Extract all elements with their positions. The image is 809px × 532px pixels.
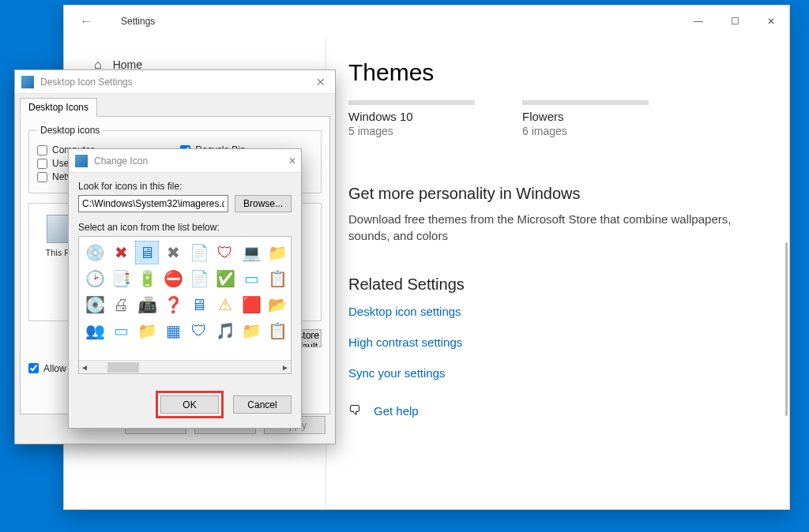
folder-open-icon[interactable]: 📂 xyxy=(265,293,289,317)
x-icon[interactable]: ✖ xyxy=(109,241,133,264)
maximize-button[interactable]: ☐ xyxy=(717,6,753,37)
clipboard-icon[interactable]: 📋 xyxy=(265,267,289,290)
personality-heading: Get more personality in Windows xyxy=(348,185,767,203)
music-icon[interactable]: 🎵 xyxy=(213,319,237,343)
select-icon-label: Select an icon from the list below: xyxy=(78,222,292,233)
theme-count: 6 images xyxy=(522,125,649,137)
list-icon[interactable]: 📋 xyxy=(265,319,289,343)
close-icon[interactable]: ✕ xyxy=(311,76,330,88)
minimize-button[interactable]: — xyxy=(680,6,717,37)
tab-desktop-icons[interactable]: Desktop Icons xyxy=(20,98,97,117)
folder-blue-icon[interactable]: 📁 xyxy=(135,319,159,343)
panel-icon[interactable]: ▭ xyxy=(109,319,133,343)
browse-button[interactable]: Browse... xyxy=(235,195,292,212)
desktop-icons-group-label: Desktop icons xyxy=(37,125,103,136)
scrollbar[interactable] xyxy=(785,242,788,416)
folder-yel-icon[interactable]: 📁 xyxy=(239,319,263,343)
document-icon[interactable]: 📄 xyxy=(187,241,211,264)
theme-item[interactable]: Flowers 6 images xyxy=(522,100,649,137)
theme-name: Windows 10 xyxy=(348,110,475,123)
users-icon[interactable]: 👥 xyxy=(83,319,107,343)
scroll-right-icon[interactable]: ► xyxy=(281,363,289,372)
ci-title: Change Icon xyxy=(94,155,288,167)
scanner-icon[interactable]: 📠 xyxy=(135,293,159,317)
help-icon: 🗨 xyxy=(348,403,361,418)
display-icon[interactable]: 🖥 xyxy=(187,293,211,317)
text-doc-icon[interactable]: 📄 xyxy=(187,267,211,290)
error-icon[interactable]: ⛔ xyxy=(161,267,185,290)
close-icon[interactable]: ✕ xyxy=(288,155,296,167)
drive-icon[interactable]: 💽 xyxy=(83,293,107,317)
theme-item[interactable]: Windows 10 5 images xyxy=(348,100,475,137)
printer-icon[interactable]: 🖨 xyxy=(109,293,133,317)
settings-titlebar: ← Settings — ☐ ✕ xyxy=(64,6,789,37)
get-help-label: Get help xyxy=(374,404,419,418)
shield-check-icon[interactable]: ✅ xyxy=(213,267,237,290)
window-icon[interactable]: ▭ xyxy=(239,267,263,290)
back-icon[interactable]: ← xyxy=(80,14,99,28)
page-icon[interactable]: 📑 xyxy=(109,267,133,290)
settings-app-title: Settings xyxy=(121,16,680,27)
dis-titlebar: Desktop Icon Settings ✕ xyxy=(15,70,335,94)
link-sync-your-settings[interactable]: Sync your settings xyxy=(348,366,767,380)
link-high-contrast-settings[interactable]: High contrast settings xyxy=(348,335,767,349)
ok-highlight: OK xyxy=(156,391,224,418)
horizontal-scrollbar[interactable]: ◄ ► xyxy=(79,360,291,373)
related-heading: Related Settings xyxy=(348,275,767,294)
personality-body: Download free themes from the Microsoft … xyxy=(348,211,767,244)
help-icon[interactable]: ❓ xyxy=(161,293,185,317)
dialog-icon xyxy=(75,155,88,167)
run-icon[interactable]: ▦ xyxy=(161,319,185,343)
battery-icon[interactable]: 🔋 xyxy=(135,267,159,290)
change-icon-dialog: Change Icon ✕ Look for icons in this fil… xyxy=(68,148,302,429)
icon-list[interactable]: 💿 ✖ 🖥 ✖ 📄 🛡 💻 📁 🕑 📑 🔋 ⛔ 📄 ✅ ▭ 📋 💽 🖨 📠 xyxy=(78,236,292,374)
theme-name: Flowers xyxy=(522,110,649,123)
ci-cancel-button[interactable]: Cancel xyxy=(233,395,292,414)
look-for-icons-label: Look for icons in this file: xyxy=(78,181,292,192)
shield-warn-icon[interactable]: ⚠ xyxy=(213,293,237,317)
dis-title: Desktop Icon Settings xyxy=(40,77,311,88)
settings-content: Themes Windows 10 5 images Flowers 6 ima… xyxy=(326,37,789,509)
get-help-link[interactable]: 🗨 Get help xyxy=(348,403,767,418)
close-button[interactable]: ✕ xyxy=(753,6,789,37)
x-gray-icon[interactable]: ✖ xyxy=(161,241,185,264)
scroll-left-icon[interactable]: ◄ xyxy=(81,363,88,372)
laptop-icon[interactable]: 💻 xyxy=(239,241,263,264)
ci-titlebar: Change Icon ✕ xyxy=(69,149,301,173)
theme-thumbnail xyxy=(522,100,649,105)
page-title: Themes xyxy=(348,59,767,86)
shield-blue-icon[interactable]: 🛡 xyxy=(187,319,211,343)
clock-icon[interactable]: 🕑 xyxy=(83,267,107,290)
shield-x-icon[interactable]: 🛡 xyxy=(213,241,237,264)
folder-icon[interactable]: 📁 xyxy=(265,241,289,264)
ci-ok-button[interactable]: OK xyxy=(160,395,219,414)
theme-count: 5 images xyxy=(348,125,475,137)
link-desktop-icon-settings[interactable]: Desktop icon settings xyxy=(348,305,767,318)
icon-file-path-input[interactable] xyxy=(78,195,228,212)
scroll-thumb[interactable] xyxy=(107,362,139,373)
dis-tabstrip: Desktop Icons xyxy=(15,94,335,116)
monitor-icon[interactable]: 🖥 xyxy=(135,241,159,264)
theme-thumbnail xyxy=(348,100,475,105)
dialog-icon xyxy=(21,76,34,88)
disc-icon[interactable]: 💿 xyxy=(83,241,107,264)
blocks-icon[interactable]: 🟥 xyxy=(239,293,263,317)
